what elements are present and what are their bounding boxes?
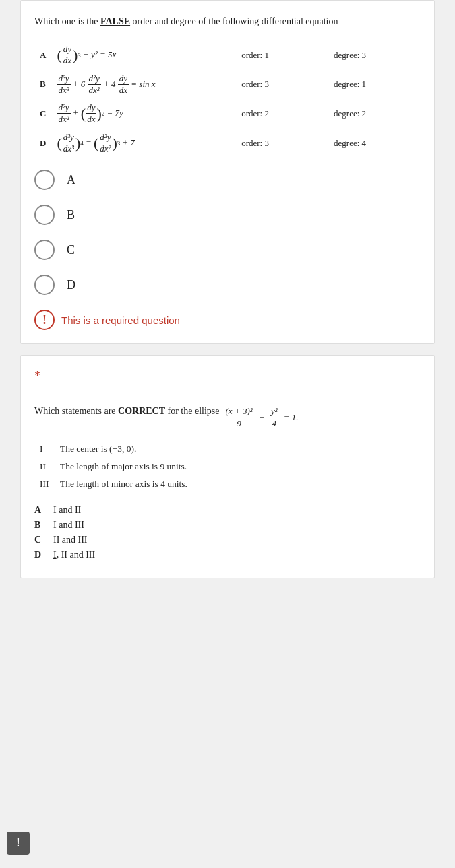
option-row-a: A ( dy dx ) 3 + y² = 5x [34,40,421,70]
correct-label: CORRECT [118,406,165,416]
statements-table: I The center is (−3, 0). II The length o… [34,440,421,493]
opt-eq-a: ( dy dx ) 3 + y² = 5x [51,40,236,70]
question-2-card: * Which statements are CORRECT for the e… [20,355,435,578]
question-2-text: Which statements are CORRECT for the ell… [34,403,421,428]
required-notice: ! This is a required question [34,310,421,330]
opt-order-a: order: 1 [236,40,328,70]
statement-iii: III The length of minor axis is 4 units. [34,475,421,493]
asterisk: * [34,369,421,383]
required-icon: ! [34,310,55,330]
ans-label-d: D [34,549,53,560]
statement-i: I The center is (−3, 0). [34,440,421,458]
radio-option-a[interactable]: A [34,170,421,190]
ans-text-b: I and III [53,520,84,531]
opt-order-c: order: 2 [236,99,328,129]
ans-label-c: C [34,535,53,545]
radio-label-d: D [67,278,75,292]
opt-degree-c: degree: 2 [328,99,421,129]
answer-row-b: B I and III [34,520,421,531]
required-text: This is a required question [61,314,180,326]
radio-option-b[interactable]: B [34,205,421,225]
ans-label-a: A [34,505,53,516]
answer-row-d: D I, II and III [34,549,421,560]
opt-eq-b: d³y dx³ + 6 d²y dx² + 4 dy [51,70,236,100]
radio-option-c[interactable]: C [34,240,421,260]
answer-options: A I and II B I and III C II and III D I,… [34,505,421,560]
opt-eq-c: d²y dx² + ( dy dx ) [51,99,236,129]
radio-option-d[interactable]: D [34,275,421,295]
option-row-d: D ( d³y dx³ ) 4 = [34,129,421,158]
radio-circle-a[interactable] [34,170,55,190]
opt-label-d: D [34,129,51,158]
radio-label-b: B [67,208,75,222]
radio-label-c: C [67,243,75,257]
false-label: FALSE [100,16,130,26]
radio-circle-b[interactable] [34,205,55,225]
options-table: A ( dy dx ) 3 + y² = 5x [34,40,421,158]
question-1-card: Which one is the FALSE order and degree … [20,0,435,344]
opt-degree-b: degree: 1 [328,70,421,100]
question-1-text: Which one is the FALSE order and degree … [34,14,421,28]
nav-back-button[interactable]: ! [7,832,30,855]
opt-degree-d: degree: 4 [328,129,421,158]
option-row-b: B d³y dx³ + 6 d²y dx² + 4 [34,70,421,100]
answer-row-a: A I and II [34,505,421,516]
opt-eq-d: ( d³y dx³ ) 4 = ( [51,129,236,158]
opt-order-d: order: 3 [236,129,328,158]
ans-text-d: I, II and III [53,549,95,560]
radio-label-a: A [67,173,75,187]
page-container: Which one is the FALSE order and degree … [0,0,455,578]
radio-circle-d[interactable] [34,275,55,295]
opt-label-b: B [34,70,51,100]
radio-circle-c[interactable] [34,240,55,260]
opt-degree-a: degree: 3 [328,40,421,70]
ans-text-c: II and III [53,535,88,545]
statement-ii: II The length of major axis is 9 units. [34,458,421,475]
opt-label-a: A [34,40,51,70]
ellipse-equation: (x + 3)² 9 + y² 4 = 1. [224,407,299,428]
ans-text-a: I and II [53,505,81,516]
opt-label-c: C [34,99,51,129]
ans-label-b: B [34,520,53,531]
radio-options: A B C D [34,170,421,295]
opt-order-b: order: 3 [236,70,328,100]
answer-row-c: C II and III [34,535,421,545]
option-row-c: C d²y dx² + ( dy [34,99,421,129]
